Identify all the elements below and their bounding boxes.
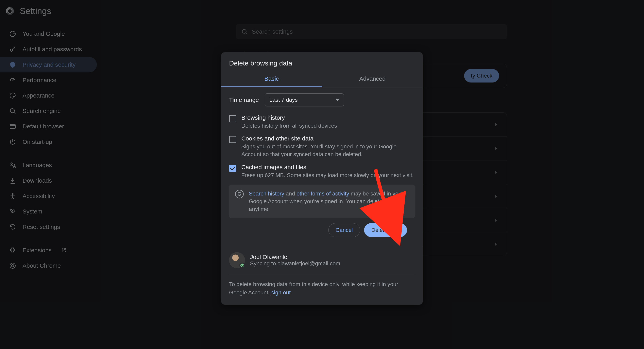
dialog-tabs: Basic Advanced <box>221 71 423 87</box>
info-text: Search history and other forms of activi… <box>249 190 409 213</box>
option-subtitle: Signs you out of most sites. You'll stay… <box>241 143 415 158</box>
signed-in-user: Joel Olawanle Syncing to olawanletjoel@g… <box>229 252 415 268</box>
option-title: Browsing history <box>241 114 415 121</box>
google-g-icon: G <box>235 190 244 198</box>
option-cookies[interactable]: Cookies and other site data Signs you ou… <box>229 132 415 161</box>
checkbox[interactable] <box>229 115 236 122</box>
time-range-select[interactable]: Last 7 days <box>265 93 344 106</box>
time-range-value: Last 7 days <box>270 97 298 103</box>
delete-data-button[interactable]: Delete data <box>364 223 407 237</box>
option-subtitle: Frees up 627 MB. Some sites may load mor… <box>241 171 415 179</box>
user-name: Joel Olawanle <box>250 254 340 260</box>
tab-advanced[interactable]: Advanced <box>322 71 423 87</box>
checkbox[interactable] <box>229 165 236 172</box>
option-cached-images[interactable]: Cached images and files Frees up 627 MB.… <box>229 161 415 182</box>
avatar <box>229 252 245 268</box>
option-title: Cookies and other site data <box>241 135 415 142</box>
dialog-title: Delete browsing data <box>229 59 415 67</box>
footer-text: To delete browsing data from this device… <box>229 280 415 297</box>
delete-browsing-data-dialog: Delete browsing data Basic Advanced Time… <box>221 52 423 305</box>
time-range-label: Time range <box>229 97 259 103</box>
checkbox[interactable] <box>229 136 236 143</box>
sync-badge-icon <box>240 262 245 268</box>
chevron-down-icon <box>336 99 340 101</box>
option-browsing-history[interactable]: Browsing history Deletes history from al… <box>229 112 415 132</box>
option-title: Cached images and files <box>241 164 415 171</box>
option-subtitle: Deletes history from all synced devices <box>241 122 415 130</box>
google-account-info: G Search history and other forms of acti… <box>229 185 415 218</box>
sign-out-link[interactable]: sign out <box>271 289 290 295</box>
other-activity-link[interactable]: other forms of activity <box>296 191 349 197</box>
cancel-button[interactable]: Cancel <box>328 223 360 237</box>
tab-basic[interactable]: Basic <box>221 71 322 87</box>
user-sync-status: Syncing to olawanletjoel@gmail.com <box>250 260 340 267</box>
search-history-link[interactable]: Search history <box>249 191 284 197</box>
